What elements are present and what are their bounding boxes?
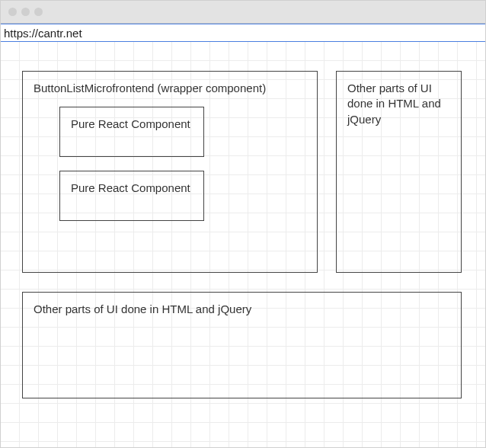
window-maximize-icon[interactable] — [34, 8, 43, 16]
react-component-box-2: Pure React Component — [59, 171, 204, 221]
legacy-ui-right-box: Other parts of UI done in HTML and jQuer… — [336, 71, 462, 273]
page-viewport: ButtonListMicrofrontend (wrapper compone… — [1, 42, 485, 447]
address-bar[interactable]: https://cantr.net — [1, 24, 485, 42]
wrapper-component-box: ButtonListMicrofrontend (wrapper compone… — [22, 71, 318, 273]
legacy-ui-bottom-label: Other parts of UI done in HTML and jQuer… — [34, 302, 251, 315]
legacy-ui-bottom-box: Other parts of UI done in HTML and jQuer… — [22, 292, 462, 398]
react-component-box-1: Pure React Component — [59, 107, 204, 157]
window-close-icon[interactable] — [8, 8, 17, 16]
window-titlebar — [1, 1, 485, 24]
window-minimize-icon[interactable] — [21, 8, 30, 16]
address-bar-url: https://cantr.net — [4, 27, 82, 40]
react-component-label-2: Pure React Component — [71, 181, 190, 194]
browser-wireframe: https://cantr.net ButtonListMicrofronten… — [0, 0, 486, 448]
react-component-label-1: Pure React Component — [71, 117, 190, 130]
wrapper-component-title: ButtonListMicrofrontend (wrapper compone… — [34, 81, 306, 96]
legacy-ui-right-label: Other parts of UI done in HTML and jQuer… — [347, 82, 441, 126]
